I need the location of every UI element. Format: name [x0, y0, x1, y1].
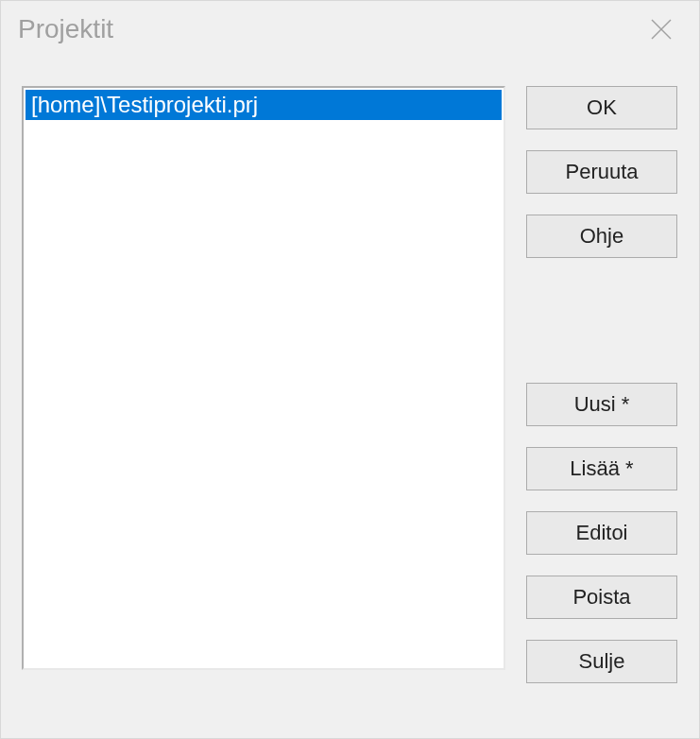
add-button[interactable]: Lisää * — [526, 447, 677, 490]
button-spacer — [526, 279, 677, 362]
new-button[interactable]: Uusi * — [526, 383, 677, 426]
projects-dialog: Projektit [home]\Testiprojekti.prj OK Pe… — [0, 0, 700, 739]
remove-button[interactable]: Poista — [526, 576, 677, 619]
edit-button[interactable]: Editoi — [526, 511, 677, 555]
close-icon[interactable] — [640, 9, 682, 50]
projects-listbox[interactable]: [home]\Testiprojekti.prj — [22, 86, 505, 670]
cancel-button[interactable]: Peruuta — [526, 150, 677, 194]
dialog-client-area: [home]\Testiprojekti.prj OK Peruuta Ohje… — [1, 58, 699, 738]
window-title: Projektit — [18, 14, 113, 44]
list-item[interactable]: [home]\Testiprojekti.prj — [26, 90, 502, 120]
titlebar: Projektit — [1, 1, 699, 58]
button-column: OK Peruuta Ohje Uusi * Lisää * Editoi Po… — [526, 86, 677, 729]
ok-button[interactable]: OK — [526, 86, 677, 129]
help-button[interactable]: Ohje — [526, 215, 677, 258]
close-button[interactable]: Sulje — [526, 640, 677, 683]
